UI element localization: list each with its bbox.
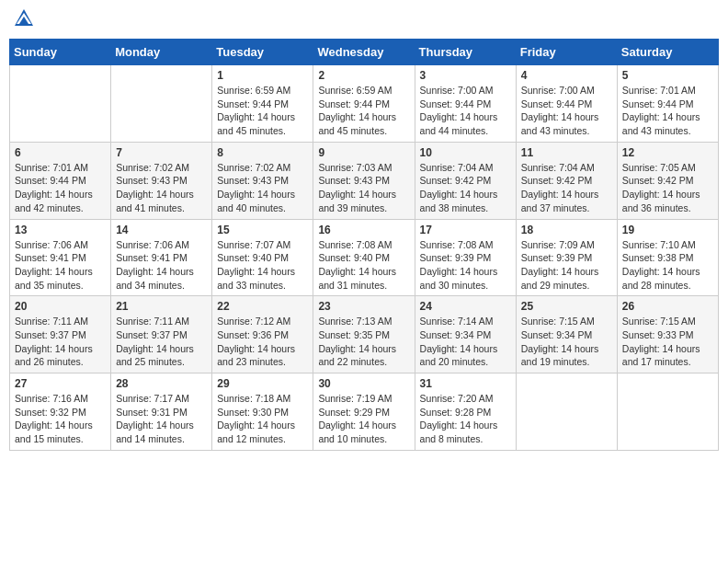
day-info: Sunrise: 7:10 AM Sunset: 9:38 PM Dayligh… — [622, 238, 713, 293]
calendar-week-row: 6 Sunrise: 7:01 AM Sunset: 9:44 PM Dayli… — [10, 142, 719, 219]
sunset-text: Sunset: 9:44 PM — [521, 98, 593, 109]
sunrise-text: Sunrise: 7:15 AM — [521, 316, 595, 327]
sunrise-text: Sunrise: 7:02 AM — [217, 162, 290, 173]
day-number: 9 — [318, 146, 409, 159]
daylight-text: Daylight: 14 hours and 17 minutes. — [622, 343, 700, 368]
daylight-text: Daylight: 14 hours and 15 minutes. — [15, 419, 93, 444]
day-info: Sunrise: 7:02 AM Sunset: 9:43 PM Dayligh… — [217, 161, 308, 215]
calendar-cell: 19 Sunrise: 7:10 AM Sunset: 9:38 PM Dayl… — [617, 219, 718, 296]
calendar-cell: 21 Sunrise: 7:11 AM Sunset: 9:37 PM Dayl… — [111, 296, 212, 373]
calendar-cell: 30 Sunrise: 7:19 AM Sunset: 9:29 PM Dayl… — [313, 373, 415, 451]
sunset-text: Sunset: 9:44 PM — [420, 98, 492, 109]
calendar-cell: 7 Sunrise: 7:02 AM Sunset: 9:43 PM Dayli… — [111, 142, 212, 219]
weekday-header: Sunday — [10, 40, 111, 65]
sunrise-text: Sunrise: 7:19 AM — [318, 393, 392, 404]
day-number: 3 — [420, 69, 511, 82]
daylight-text: Daylight: 14 hours and 37 minutes. — [521, 189, 599, 213]
calendar-cell — [111, 65, 212, 143]
daylight-text: Daylight: 14 hours and 38 minutes. — [420, 189, 498, 213]
day-number: 18 — [521, 224, 612, 236]
calendar-week-row: 27 Sunrise: 7:16 AM Sunset: 9:32 PM Dayl… — [10, 373, 719, 451]
sunrise-text: Sunrise: 7:04 AM — [521, 162, 595, 173]
day-number: 6 — [15, 146, 106, 159]
daylight-text: Daylight: 14 hours and 10 minutes. — [318, 419, 396, 444]
calendar-table: SundayMondayTuesdayWednesdayThursdayFrid… — [9, 39, 719, 451]
day-number: 28 — [116, 377, 207, 390]
daylight-text: Daylight: 14 hours and 33 minutes. — [217, 266, 295, 291]
weekday-header: Friday — [516, 40, 617, 65]
day-info: Sunrise: 7:17 AM Sunset: 9:31 PM Dayligh… — [116, 392, 207, 446]
calendar-cell: 1 Sunrise: 6:59 AM Sunset: 9:44 PM Dayli… — [212, 65, 313, 143]
day-info: Sunrise: 7:16 AM Sunset: 9:32 PM Dayligh… — [15, 392, 106, 446]
day-info: Sunrise: 7:11 AM Sunset: 9:37 PM Dayligh… — [116, 315, 207, 369]
sunset-text: Sunset: 9:42 PM — [622, 175, 694, 186]
calendar-cell — [617, 373, 718, 451]
sunset-text: Sunset: 9:34 PM — [420, 329, 492, 340]
calendar-cell: 28 Sunrise: 7:17 AM Sunset: 9:31 PM Dayl… — [111, 373, 212, 451]
sunrise-text: Sunrise: 7:04 AM — [420, 162, 494, 173]
daylight-text: Daylight: 14 hours and 43 minutes. — [521, 111, 599, 136]
calendar-header-row: SundayMondayTuesdayWednesdayThursdayFrid… — [10, 40, 719, 65]
day-number: 20 — [15, 300, 106, 313]
day-info: Sunrise: 7:13 AM Sunset: 9:35 PM Dayligh… — [318, 315, 409, 369]
day-number: 31 — [420, 377, 511, 390]
day-info: Sunrise: 7:14 AM Sunset: 9:34 PM Dayligh… — [420, 315, 511, 369]
sunrise-text: Sunrise: 7:09 AM — [521, 239, 595, 250]
sunrise-text: Sunrise: 7:03 AM — [318, 162, 392, 173]
day-number: 13 — [15, 224, 106, 236]
day-number: 11 — [521, 146, 612, 159]
sunrise-text: Sunrise: 7:16 AM — [15, 393, 88, 404]
sunset-text: Sunset: 9:38 PM — [622, 252, 694, 263]
day-info: Sunrise: 7:05 AM Sunset: 9:42 PM Dayligh… — [622, 161, 713, 215]
day-number: 24 — [420, 300, 511, 313]
daylight-text: Daylight: 14 hours and 19 minutes. — [521, 343, 599, 368]
sunset-text: Sunset: 9:41 PM — [15, 252, 86, 263]
sunset-text: Sunset: 9:29 PM — [318, 407, 390, 418]
daylight-text: Daylight: 14 hours and 40 minutes. — [217, 189, 295, 213]
sunrise-text: Sunrise: 7:01 AM — [622, 85, 696, 96]
sunset-text: Sunset: 9:36 PM — [217, 329, 289, 340]
sunset-text: Sunset: 9:33 PM — [622, 329, 694, 340]
day-info: Sunrise: 7:08 AM Sunset: 9:39 PM Dayligh… — [420, 238, 511, 293]
logo-icon — [13, 7, 35, 29]
day-info: Sunrise: 6:59 AM Sunset: 9:44 PM Dayligh… — [318, 84, 409, 138]
daylight-text: Daylight: 14 hours and 39 minutes. — [318, 189, 396, 213]
sunrise-text: Sunrise: 7:01 AM — [15, 162, 88, 173]
day-info: Sunrise: 7:03 AM Sunset: 9:43 PM Dayligh… — [318, 161, 409, 215]
sunrise-text: Sunrise: 7:00 AM — [420, 85, 494, 96]
sunset-text: Sunset: 9:44 PM — [318, 98, 390, 109]
sunset-text: Sunset: 9:39 PM — [521, 252, 593, 263]
calendar-cell: 9 Sunrise: 7:03 AM Sunset: 9:43 PM Dayli… — [313, 142, 415, 219]
day-number: 27 — [15, 377, 106, 390]
sunrise-text: Sunrise: 7:15 AM — [622, 316, 696, 327]
day-number: 5 — [622, 69, 713, 82]
sunrise-text: Sunrise: 7:00 AM — [521, 85, 595, 96]
sunrise-text: Sunrise: 7:06 AM — [15, 239, 88, 250]
day-number: 15 — [217, 224, 308, 236]
sunset-text: Sunset: 9:35 PM — [318, 329, 390, 340]
daylight-text: Daylight: 14 hours and 26 minutes. — [15, 343, 93, 368]
day-number: 23 — [318, 300, 409, 313]
sunset-text: Sunset: 9:37 PM — [15, 329, 86, 340]
day-number: 4 — [521, 69, 612, 82]
calendar-cell: 23 Sunrise: 7:13 AM Sunset: 9:35 PM Dayl… — [313, 296, 415, 373]
calendar-cell: 25 Sunrise: 7:15 AM Sunset: 9:34 PM Dayl… — [516, 296, 617, 373]
calendar-cell: 31 Sunrise: 7:20 AM Sunset: 9:28 PM Dayl… — [415, 373, 516, 451]
calendar-cell: 13 Sunrise: 7:06 AM Sunset: 9:41 PM Dayl… — [10, 219, 111, 296]
sunrise-text: Sunrise: 7:14 AM — [420, 316, 494, 327]
daylight-text: Daylight: 14 hours and 44 minutes. — [420, 111, 498, 136]
sunset-text: Sunset: 9:44 PM — [622, 98, 694, 109]
sunset-text: Sunset: 9:39 PM — [420, 252, 492, 263]
sunrise-text: Sunrise: 7:08 AM — [318, 239, 392, 250]
day-number: 14 — [116, 224, 207, 236]
sunset-text: Sunset: 9:42 PM — [420, 175, 492, 186]
daylight-text: Daylight: 14 hours and 45 minutes. — [318, 111, 396, 136]
daylight-text: Daylight: 14 hours and 23 minutes. — [217, 343, 295, 368]
calendar-week-row: 1 Sunrise: 6:59 AM Sunset: 9:44 PM Dayli… — [10, 65, 719, 143]
sunrise-text: Sunrise: 7:20 AM — [420, 393, 494, 404]
day-info: Sunrise: 7:07 AM Sunset: 9:40 PM Dayligh… — [217, 238, 308, 293]
sunset-text: Sunset: 9:40 PM — [318, 252, 390, 263]
daylight-text: Daylight: 14 hours and 28 minutes. — [622, 266, 700, 291]
day-info: Sunrise: 7:09 AM Sunset: 9:39 PM Dayligh… — [521, 238, 612, 293]
sunset-text: Sunset: 9:43 PM — [318, 175, 390, 186]
